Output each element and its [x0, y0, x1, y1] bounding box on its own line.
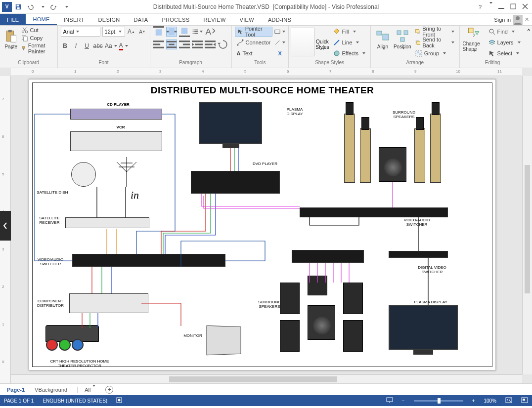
canvas[interactable]: DISTRIBUTED MULTI-SOURCE HOME THEATER CD…: [11, 76, 522, 374]
align-bottom-icon[interactable]: [179, 27, 190, 37]
app-logo-icon: V: [2, 2, 12, 12]
redo-icon[interactable]: [48, 1, 59, 12]
svg-rect-45: [275, 30, 280, 34]
presentation-mode-icon[interactable]: [386, 397, 393, 404]
format-painter-button[interactable]: Format Painter: [21, 42, 54, 54]
case-button[interactable]: Aa: [105, 41, 117, 50]
tab-data[interactable]: DATA: [127, 14, 155, 25]
page-tab-page1[interactable]: Page-1: [7, 387, 25, 393]
restore-icon[interactable]: [510, 3, 516, 10]
macro-record-icon[interactable]: [116, 397, 122, 404]
svg-rect-42: [205, 47, 216, 48]
change-shape-button[interactable]: Change Shape: [463, 27, 485, 57]
tab-process[interactable]: PROCESS: [155, 14, 196, 25]
close-panel-icon[interactable]: ✕: [525, 16, 529, 23]
vertical-scrollbar[interactable]: [522, 76, 532, 374]
bold-button[interactable]: B: [61, 41, 70, 50]
quick-styles-button[interactable]: [292, 27, 313, 57]
tab-addins[interactable]: ADD-INS: [261, 14, 298, 25]
find-button[interactable]: Find: [487, 27, 523, 37]
status-page-count[interactable]: PAGE 1 OF 1: [4, 398, 34, 404]
svg-rect-24: [194, 31, 198, 32]
close-icon[interactable]: [522, 3, 528, 10]
horizontal-scrollbar[interactable]: [11, 374, 522, 383]
align-right-icon[interactable]: [179, 40, 190, 49]
status-language[interactable]: ENGLISH (UNITED STATES): [43, 398, 107, 404]
zoom-in-icon[interactable]: +: [472, 398, 475, 404]
svg-rect-34: [179, 41, 190, 42]
zoom-value[interactable]: 100%: [484, 398, 496, 404]
italic-button[interactable]: I: [72, 41, 81, 50]
select-button[interactable]: Select: [487, 48, 523, 58]
bring-to-front-button[interactable]: Bring to Front: [413, 27, 456, 37]
zoom-out-icon[interactable]: −: [402, 398, 405, 404]
minimize-icon[interactable]: [498, 3, 504, 10]
layers-button[interactable]: Layers: [487, 38, 523, 47]
drawing-page[interactable]: DISTRIBUTED MULTI-SOURCE HOME THEATER CD…: [29, 79, 496, 370]
svg-point-69: [118, 399, 121, 402]
paste-button[interactable]: Paste: [3, 27, 19, 57]
quick-access-toolbar: V: [0, 1, 71, 12]
effects-button[interactable]: Effects: [331, 48, 367, 58]
svg-rect-52: [400, 38, 404, 41]
shrink-font-icon[interactable]: A▼: [138, 27, 147, 36]
tab-review[interactable]: REVIEW: [196, 14, 232, 25]
underline-button[interactable]: U: [83, 41, 91, 50]
tab-design[interactable]: DESIGN: [91, 14, 127, 25]
group-button[interactable]: Group: [413, 48, 456, 58]
fill-button[interactable]: Fill: [331, 27, 367, 37]
zoom-slider[interactable]: [414, 400, 463, 402]
cut-button[interactable]: Cut: [21, 27, 54, 34]
pointer-tool-button[interactable]: Pointer Tool: [235, 27, 273, 37]
help-dropdown-icon[interactable]: [488, 4, 492, 10]
font-color-button[interactable]: A: [119, 41, 128, 50]
svg-point-21: [192, 30, 193, 31]
line-tool-icon[interactable]: [274, 38, 285, 47]
align-top-icon[interactable]: [153, 27, 164, 37]
fit-page-icon[interactable]: [505, 397, 512, 404]
rotate-text-icon[interactable]: [218, 40, 228, 49]
align-middle-icon[interactable]: [166, 27, 177, 37]
grow-font-icon[interactable]: A▲: [127, 27, 136, 36]
page-tab-all[interactable]: All: [77, 387, 95, 393]
sign-in-link[interactable]: Sign in ✕: [491, 14, 532, 25]
align-left-icon[interactable]: [153, 40, 164, 49]
undo-icon[interactable]: [25, 1, 36, 12]
shapes-panel-expand-icon[interactable]: [0, 211, 11, 241]
pan-zoom-icon[interactable]: [521, 397, 528, 404]
svg-rect-49: [383, 34, 389, 40]
rectangle-tool-icon[interactable]: [274, 27, 285, 37]
line-button[interactable]: Line: [331, 38, 367, 47]
page-tab-vbackground[interactable]: VBackground: [35, 387, 67, 393]
send-to-back-button[interactable]: Send to Back: [413, 38, 456, 47]
svg-rect-2: [17, 7, 19, 9]
font-size-combo[interactable]: 12pt.: [102, 27, 125, 37]
indent-right-icon[interactable]: [205, 40, 216, 49]
tab-home[interactable]: HOME: [26, 14, 56, 25]
undo-dropdown-icon[interactable]: [37, 1, 47, 12]
shape-gallery-icon: [291, 28, 314, 56]
help-icon[interactable]: ?: [479, 4, 482, 10]
save-icon[interactable]: [13, 1, 24, 12]
text-tool-button[interactable]: AText: [235, 48, 273, 58]
bullets-icon[interactable]: [192, 27, 203, 37]
svg-rect-30: [153, 47, 164, 48]
status-bar: PAGE 1 OF 1 ENGLISH (UNITED STATES) − + …: [0, 395, 532, 406]
add-page-button[interactable]: +: [105, 386, 113, 394]
copy-button[interactable]: Copy: [21, 35, 54, 41]
svg-rect-58: [417, 51, 419, 53]
tab-view[interactable]: VIEW: [233, 14, 261, 25]
align-button[interactable]: Align: [374, 27, 392, 57]
font-family-combo[interactable]: Arial: [61, 27, 100, 37]
align-center-icon[interactable]: [166, 40, 177, 49]
tab-file[interactable]: FILE: [0, 14, 26, 25]
tab-insert[interactable]: INSERT: [57, 14, 91, 25]
collapse-ribbon-icon[interactable]: ^: [526, 26, 532, 68]
orientation-icon[interactable]: A: [205, 27, 216, 37]
qat-customize-icon[interactable]: [60, 1, 71, 12]
connector-tool-button[interactable]: Connector: [235, 38, 273, 47]
strike-button[interactable]: abc: [93, 41, 103, 50]
connection-point-icon[interactable]: X: [274, 48, 285, 58]
position-button[interactable]: Position: [394, 27, 411, 57]
indent-left-icon[interactable]: [192, 40, 203, 49]
